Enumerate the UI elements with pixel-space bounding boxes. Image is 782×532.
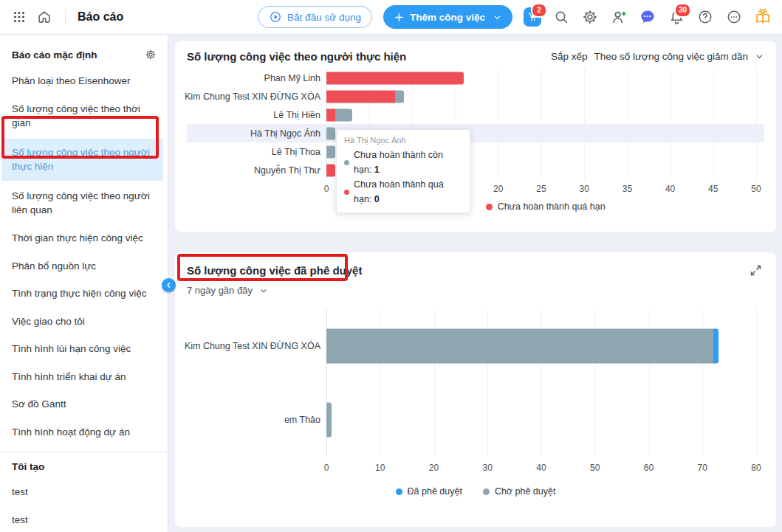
topbar: Báo cáo Bắt đầu sử dụng Thêm công việc — [0, 0, 782, 35]
x-tick-label: 70 — [698, 463, 707, 473]
bar-segment-gray[interactable] — [326, 127, 335, 139]
card2-header: Số lượng công việc đã phê duyệt — [187, 261, 764, 279]
chevron-left-icon — [165, 281, 173, 289]
x-tick-label: 30 — [580, 184, 589, 194]
sidebar-item[interactable]: Số lượng công việc theo thời gian — [0, 95, 168, 137]
sidebar-item[interactable]: Tình hình triển khai dự án — [0, 363, 168, 391]
sidebar-section-mine-label: Tôi tạo — [12, 461, 44, 472]
category-label: Kim Chung Test XIN ĐỪNG XÓA — [187, 309, 326, 383]
marketplace-cart-icon[interactable]: 2 — [524, 8, 541, 26]
x-tick-label: 10 — [375, 463, 385, 473]
x-tick-label: 0 — [324, 463, 329, 473]
sidebar-item[interactable]: Thời gian thực hiện công việc — [0, 224, 168, 252]
bar-segment-gray[interactable] — [326, 145, 335, 158]
sidebar-item[interactable]: Tình hình hoạt động dự án — [0, 418, 168, 446]
sidebar-item[interactable]: Việc giao cho tôi — [0, 308, 168, 336]
x-tick-label: 20 — [493, 184, 503, 194]
ideas-icon[interactable] — [754, 8, 772, 26]
chart-rows: Phan Mỹ LinhKim Chung Test XIN ĐỪNG XÓAL… — [187, 69, 764, 179]
legend-dot — [396, 488, 402, 495]
bar-segment-red[interactable] — [326, 90, 395, 103]
stacked-bar[interactable] — [326, 90, 756, 103]
start-using-button[interactable]: Bắt đầu sử dụng — [258, 6, 372, 28]
bar-segment-red[interactable] — [326, 72, 464, 84]
bar-segment-blue[interactable] — [713, 329, 718, 364]
chart-card-by-assignee: Số lượng công việc theo người thực hiện … — [175, 41, 776, 232]
category-label: Lê Thị Hiền — [187, 106, 326, 124]
approved-chart: Kim Chung Test XIN ĐỪNG XÓAem Thảo 01020… — [187, 309, 764, 497]
date-range-filter[interactable]: 7 ngày gần đây — [187, 285, 268, 296]
sidebar-item[interactable]: Số lượng công việc theo người liên quan — [0, 182, 168, 224]
legend-label: Đã phê duyệt — [408, 486, 462, 497]
sidebar-gear-icon[interactable] — [144, 48, 157, 61]
bar-segment-gray[interactable] — [326, 403, 332, 438]
sidebar-item[interactable]: test — [0, 506, 168, 532]
add-task-label: Thêm công việc — [410, 12, 485, 23]
sidebar-item[interactable]: Sơ đồ Gantt — [0, 390, 168, 418]
category-label: Phan Mỹ Linh — [187, 69, 326, 87]
category-label: Nguyễn Thị Thư — [187, 161, 326, 179]
apps-grid-icon[interactable] — [10, 8, 28, 26]
report-list: Phân loại theo EisenhowerSố lượng công v… — [0, 67, 168, 446]
sidebar-item[interactable]: test — [0, 478, 168, 506]
sidebar-item[interactable]: Tình hình lùi hạn công việc — [0, 335, 168, 363]
search-icon[interactable] — [552, 8, 570, 26]
bar-segment-gray[interactable] — [395, 90, 404, 103]
tooltip-row: Chưa hoàn thành quá hạn: 0 — [344, 177, 462, 207]
more-options-icon[interactable] — [725, 8, 743, 26]
topbar-right: Bắt đầu sử dụng Thêm công việc — [258, 5, 772, 29]
chart-plot-area: Kim Chung Test XIN ĐỪNG XÓAem Thảo — [187, 309, 764, 457]
sidebar-collapse-button[interactable] — [162, 278, 176, 292]
stacked-bar[interactable] — [326, 329, 756, 364]
sidebar-section-mine: Tôi tạo — [0, 452, 168, 478]
home-icon[interactable] — [35, 8, 53, 26]
help-icon[interactable] — [696, 8, 714, 26]
apps-grid-glyph — [11, 9, 27, 25]
add-user-icon[interactable] — [610, 8, 628, 26]
sidebar-item[interactable]: Số lượng công việc theo người thực hiện — [1, 139, 163, 181]
chart-row: Nguyễn Thị Thư — [187, 161, 764, 179]
help-glyph — [697, 9, 713, 25]
notifications-bell-icon[interactable]: 30 — [668, 8, 685, 26]
chart-row: Lê Thị Thoa — [187, 142, 764, 161]
tooltip-rows: Chưa hoàn thành còn hạn: 1Chưa hoàn thàn… — [344, 148, 462, 207]
bell-badge: 30 — [674, 3, 691, 18]
sidebar-gear-glyph — [145, 49, 157, 61]
card1-header: Số lượng công việc theo người thực hiện … — [187, 50, 764, 63]
chart-card-approved: Số lượng công việc đã phê duyệt 7 ngày g… — [175, 252, 776, 527]
legend-item[interactable]: Chờ phê duyệt — [483, 486, 556, 497]
chat-icon[interactable] — [639, 8, 656, 26]
x-tick-label: 30 — [483, 463, 493, 473]
x-tick-label: 60 — [644, 463, 654, 473]
legend-item[interactable]: Đã phê duyệt — [396, 486, 462, 497]
tooltip-text: Chưa hoàn thành quá hạn: 0 — [354, 177, 462, 207]
stacked-bar[interactable] — [326, 403, 756, 438]
stacked-bar[interactable] — [326, 72, 756, 84]
bar-segment-red[interactable] — [326, 164, 335, 176]
chevron-down-icon — [755, 52, 764, 61]
x-tick-label: 40 — [665, 184, 675, 194]
x-tick-label: 50 — [751, 184, 761, 194]
add-task-button[interactable]: Thêm công việc — [383, 5, 512, 29]
sort-control[interactable]: Sắp xếp Theo số lượng công việc giảm dần — [551, 51, 764, 62]
sort-label: Sắp xếp — [551, 51, 588, 62]
bar-segment-gray[interactable] — [335, 108, 352, 121]
bar-segment-gray[interactable] — [326, 329, 713, 364]
category-label: Kim Chung Test XIN ĐỪNG XÓA — [187, 87, 326, 106]
x-tick-label: 25 — [536, 184, 546, 194]
chart-row: Phan Mỹ Linh — [187, 69, 764, 87]
row-plot — [326, 309, 756, 383]
bar-segment-red[interactable] — [326, 108, 335, 121]
sidebar-item[interactable]: Tình trạng thực hiện công việc — [0, 280, 168, 308]
sidebar-item[interactable]: Phân loại theo Eisenhower — [0, 67, 168, 95]
app: Báo cáo Bắt đầu sử dụng Thêm công việc — [0, 0, 782, 532]
sidebar-item[interactable]: Phân bổ nguồn lực — [0, 252, 168, 280]
legend-item[interactable]: Chưa hoàn thành quá hạn — [486, 201, 606, 212]
plus-icon — [394, 12, 405, 23]
chevron-down-icon — [259, 286, 268, 295]
legend-label: Chưa hoàn thành quá hạn — [498, 201, 606, 212]
expand-icon[interactable] — [747, 261, 764, 279]
row-plot — [326, 87, 756, 106]
settings-gear-icon[interactable] — [581, 8, 599, 26]
stacked-bar[interactable] — [326, 108, 756, 121]
